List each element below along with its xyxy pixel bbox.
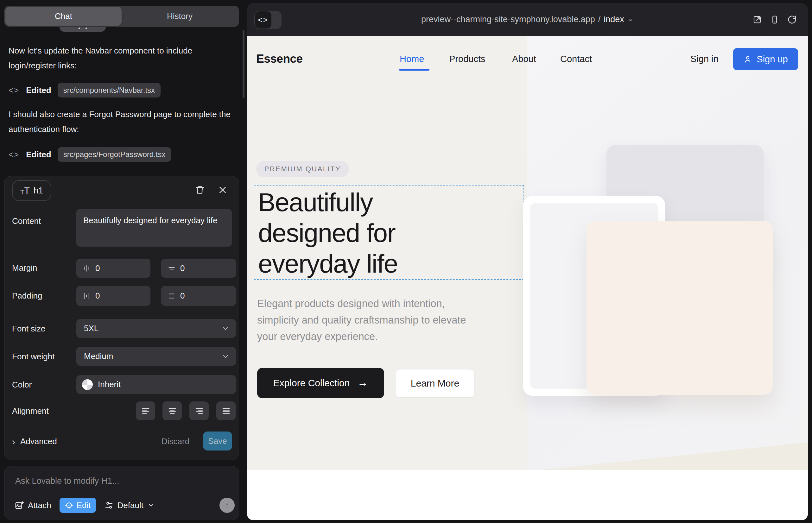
chat-scrollbar[interactable] — [243, 30, 245, 98]
delete-element-button[interactable] — [193, 183, 207, 197]
close-panel-button[interactable] — [216, 183, 229, 197]
discard-button[interactable]: Discard — [161, 437, 189, 446]
chat-input[interactable] — [15, 476, 218, 486]
explore-collection-button[interactable]: Explore Collection → — [257, 368, 384, 398]
chevron-down-icon: ⌄ — [628, 14, 634, 23]
clipped-message-pill — [59, 27, 106, 32]
color-label: Color — [12, 380, 32, 390]
sign-up-button[interactable]: Sign up — [733, 48, 798, 70]
refresh-button[interactable] — [787, 15, 797, 24]
color-select[interactable]: Inherit — [76, 375, 236, 394]
arrow-right-icon: → — [357, 376, 368, 389]
site-canvas: Essence Home Products About Contact Sign… — [247, 36, 808, 520]
preview-toolbar: <> preview--charming-site-symphony.lovab… — [247, 3, 808, 36]
nav-link-products[interactable]: Products — [449, 54, 485, 64]
padding-y-input[interactable]: 0 — [161, 286, 236, 306]
sign-in-link[interactable]: Sign in — [690, 54, 719, 64]
edited-file-pill[interactable]: src/components/Navbar.tsx — [58, 83, 161, 97]
save-button[interactable]: Save — [203, 432, 232, 451]
padding-x-value: 0 — [95, 291, 100, 301]
image-plus-icon — [15, 501, 24, 510]
composer-toolbar: Attach Edit Default — [15, 497, 155, 514]
trash-icon — [195, 185, 205, 195]
path-separator: / — [598, 15, 601, 24]
advanced-expander[interactable]: › Advanced — [12, 437, 57, 446]
sign-up-label: Sign up — [757, 54, 788, 65]
padding-vertical-icon — [167, 292, 176, 300]
margin-y-input[interactable]: 0 — [161, 259, 236, 278]
preview-actions — [753, 3, 797, 36]
align-justify-button[interactable] — [216, 401, 236, 420]
font-size-select[interactable]: 5XL — [76, 319, 236, 338]
nav-link-home[interactable]: Home — [400, 54, 424, 64]
align-left-button[interactable] — [136, 401, 155, 420]
next-section-background — [247, 470, 808, 520]
font-size-label: Font size — [12, 324, 46, 334]
padding-horizontal-icon — [83, 292, 91, 300]
chevron-right-icon: › — [12, 437, 15, 446]
margin-label: Margin — [12, 263, 37, 273]
edit-label: Edit — [77, 501, 91, 510]
align-justify-icon — [222, 406, 231, 416]
user-icon — [743, 55, 752, 64]
attach-button[interactable]: Attach — [15, 501, 51, 510]
chevron-down-icon — [222, 353, 230, 361]
tab-chat[interactable]: Chat — [5, 7, 122, 26]
send-button[interactable]: ↑ — [219, 498, 235, 513]
content-input[interactable]: Beautifully designed for everyday life — [76, 209, 232, 247]
alignment-label: Alignment — [12, 406, 49, 416]
lovable-editor-window: Chat History Now let's update the Navbar… — [0, 0, 812, 523]
attach-label: Attach — [28, 501, 51, 510]
preview-domain: preview--charming-site-symphony.lovable.… — [421, 15, 595, 24]
learn-more-button[interactable]: Learn More — [395, 369, 475, 398]
color-swatch — [82, 379, 93, 390]
edited-label: Edited — [26, 86, 51, 95]
mode-label: Default — [118, 501, 143, 510]
align-left-icon — [141, 406, 151, 416]
sliders-icon — [104, 501, 114, 510]
selected-h1-outline[interactable]: Beautifully designed for everyday life — [254, 185, 524, 280]
active-nav-underline — [399, 69, 429, 71]
font-weight-label: Font weight — [12, 352, 54, 362]
chat-composer: Attach Edit Default — [4, 466, 239, 520]
margin-x-input[interactable]: 0 — [76, 259, 151, 278]
code-icon: <> — [8, 150, 20, 159]
edited-file-pill[interactable]: src/pages/ForgotPassword.tsx — [58, 147, 171, 162]
font-weight-value: Medium — [84, 351, 113, 361]
mobile-view-button[interactable] — [770, 15, 779, 24]
margin-horizontal-icon — [83, 264, 91, 272]
font-size-value: 5XL — [84, 324, 99, 333]
align-right-button[interactable] — [189, 401, 209, 420]
selected-element-chip[interactable]: TT h1 — [12, 180, 51, 201]
target-icon — [65, 501, 73, 510]
nav-link-contact[interactable]: Contact — [560, 54, 592, 64]
assistant-message: I should also create a Forgot Password p… — [8, 107, 235, 137]
nav-link-about[interactable]: About — [512, 54, 536, 64]
hero-badge: PREMIUM QUALITY — [256, 161, 349, 177]
hero-card-beige — [586, 221, 773, 395]
align-right-icon — [194, 406, 204, 416]
padding-x-input[interactable]: 0 — [76, 286, 151, 306]
edited-file-row: <> Edited src/pages/ForgotPassword.tsx — [8, 147, 171, 162]
align-center-button[interactable] — [162, 401, 182, 420]
mode-select[interactable]: Default — [104, 501, 155, 510]
type-icon: TT — [20, 186, 30, 195]
assistant-message: Now let's update the Navbar component to… — [8, 43, 235, 73]
margin-x-value: 0 — [95, 264, 100, 273]
hero-heading: Beautifully designed for everyday life — [258, 187, 398, 279]
site-logo[interactable]: Essence — [256, 52, 303, 66]
padding-label: Padding — [12, 291, 42, 301]
edit-mode-button[interactable]: Edit — [59, 498, 96, 513]
align-center-icon — [167, 406, 177, 416]
address-bar[interactable]: preview--charming-site-symphony.lovable.… — [421, 15, 634, 24]
edited-label: Edited — [26, 150, 51, 160]
padding-y-value: 0 — [180, 291, 184, 301]
font-weight-select[interactable]: Medium — [76, 347, 236, 366]
color-value: Inherit — [98, 380, 121, 390]
tab-history[interactable]: History — [122, 7, 238, 26]
close-icon — [218, 185, 227, 195]
code-icon: <> — [255, 12, 271, 29]
open-external-button[interactable] — [753, 15, 762, 24]
content-label: Content — [12, 216, 41, 226]
code-preview-toggle[interactable]: <> — [254, 11, 282, 29]
